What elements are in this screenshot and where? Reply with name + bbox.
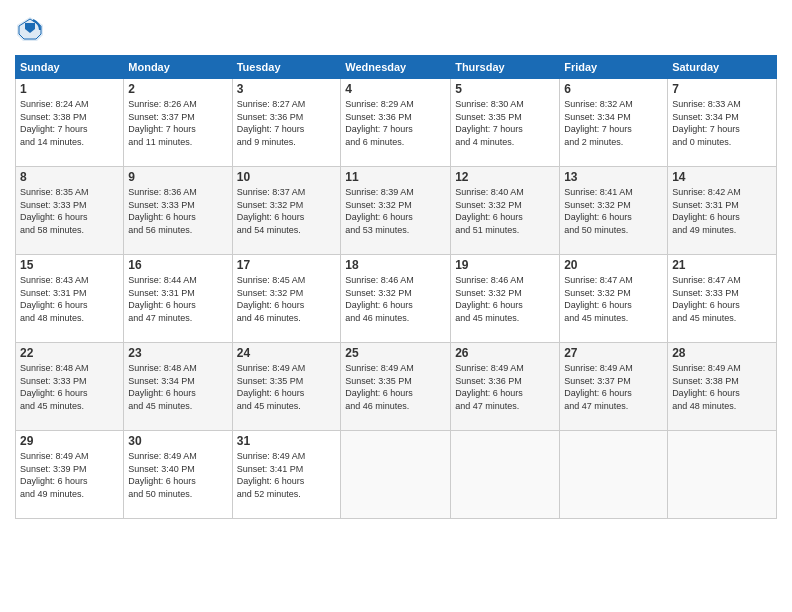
- day-number: 3: [237, 82, 337, 96]
- day-info: Sunrise: 8:35 AM Sunset: 3:33 PM Dayligh…: [20, 186, 119, 236]
- day-number: 12: [455, 170, 555, 184]
- calendar-cell: [560, 431, 668, 519]
- day-info: Sunrise: 8:39 AM Sunset: 3:32 PM Dayligh…: [345, 186, 446, 236]
- day-number: 20: [564, 258, 663, 272]
- day-info: Sunrise: 8:49 AM Sunset: 3:39 PM Dayligh…: [20, 450, 119, 500]
- calendar-cell: 19Sunrise: 8:46 AM Sunset: 3:32 PM Dayli…: [451, 255, 560, 343]
- day-number: 2: [128, 82, 227, 96]
- day-header-monday: Monday: [124, 56, 232, 79]
- calendar-cell: [668, 431, 777, 519]
- day-info: Sunrise: 8:49 AM Sunset: 3:35 PM Dayligh…: [237, 362, 337, 412]
- day-number: 13: [564, 170, 663, 184]
- day-info: Sunrise: 8:49 AM Sunset: 3:41 PM Dayligh…: [237, 450, 337, 500]
- day-number: 24: [237, 346, 337, 360]
- calendar-cell: 23Sunrise: 8:48 AM Sunset: 3:34 PM Dayli…: [124, 343, 232, 431]
- calendar-cell: 17Sunrise: 8:45 AM Sunset: 3:32 PM Dayli…: [232, 255, 341, 343]
- calendar-cell: 8Sunrise: 8:35 AM Sunset: 3:33 PM Daylig…: [16, 167, 124, 255]
- day-number: 8: [20, 170, 119, 184]
- calendar-cell: 18Sunrise: 8:46 AM Sunset: 3:32 PM Dayli…: [341, 255, 451, 343]
- day-info: Sunrise: 8:29 AM Sunset: 3:36 PM Dayligh…: [345, 98, 446, 148]
- day-number: 16: [128, 258, 227, 272]
- day-info: Sunrise: 8:49 AM Sunset: 3:36 PM Dayligh…: [455, 362, 555, 412]
- calendar-cell: 26Sunrise: 8:49 AM Sunset: 3:36 PM Dayli…: [451, 343, 560, 431]
- calendar-cell: 3Sunrise: 8:27 AM Sunset: 3:36 PM Daylig…: [232, 79, 341, 167]
- calendar-cell: 12Sunrise: 8:40 AM Sunset: 3:32 PM Dayli…: [451, 167, 560, 255]
- day-number: 30: [128, 434, 227, 448]
- calendar-cell: 29Sunrise: 8:49 AM Sunset: 3:39 PM Dayli…: [16, 431, 124, 519]
- day-number: 7: [672, 82, 772, 96]
- calendar-cell: 7Sunrise: 8:33 AM Sunset: 3:34 PM Daylig…: [668, 79, 777, 167]
- day-header-friday: Friday: [560, 56, 668, 79]
- calendar-cell: 22Sunrise: 8:48 AM Sunset: 3:33 PM Dayli…: [16, 343, 124, 431]
- day-info: Sunrise: 8:33 AM Sunset: 3:34 PM Dayligh…: [672, 98, 772, 148]
- logo-icon: [15, 15, 45, 45]
- day-info: Sunrise: 8:49 AM Sunset: 3:40 PM Dayligh…: [128, 450, 227, 500]
- day-info: Sunrise: 8:24 AM Sunset: 3:38 PM Dayligh…: [20, 98, 119, 148]
- day-number: 14: [672, 170, 772, 184]
- calendar-cell: 4Sunrise: 8:29 AM Sunset: 3:36 PM Daylig…: [341, 79, 451, 167]
- calendar-cell: 20Sunrise: 8:47 AM Sunset: 3:32 PM Dayli…: [560, 255, 668, 343]
- day-number: 15: [20, 258, 119, 272]
- day-info: Sunrise: 8:49 AM Sunset: 3:35 PM Dayligh…: [345, 362, 446, 412]
- calendar-week-4: 22Sunrise: 8:48 AM Sunset: 3:33 PM Dayli…: [16, 343, 777, 431]
- day-number: 17: [237, 258, 337, 272]
- day-header-saturday: Saturday: [668, 56, 777, 79]
- day-info: Sunrise: 8:46 AM Sunset: 3:32 PM Dayligh…: [345, 274, 446, 324]
- day-number: 19: [455, 258, 555, 272]
- day-info: Sunrise: 8:27 AM Sunset: 3:36 PM Dayligh…: [237, 98, 337, 148]
- day-info: Sunrise: 8:36 AM Sunset: 3:33 PM Dayligh…: [128, 186, 227, 236]
- day-number: 27: [564, 346, 663, 360]
- page: SundayMondayTuesdayWednesdayThursdayFrid…: [0, 0, 792, 612]
- day-info: Sunrise: 8:41 AM Sunset: 3:32 PM Dayligh…: [564, 186, 663, 236]
- day-info: Sunrise: 8:40 AM Sunset: 3:32 PM Dayligh…: [455, 186, 555, 236]
- calendar-week-5: 29Sunrise: 8:49 AM Sunset: 3:39 PM Dayli…: [16, 431, 777, 519]
- day-info: Sunrise: 8:44 AM Sunset: 3:31 PM Dayligh…: [128, 274, 227, 324]
- day-info: Sunrise: 8:32 AM Sunset: 3:34 PM Dayligh…: [564, 98, 663, 148]
- day-number: 28: [672, 346, 772, 360]
- calendar-cell: 10Sunrise: 8:37 AM Sunset: 3:32 PM Dayli…: [232, 167, 341, 255]
- calendar-cell: 31Sunrise: 8:49 AM Sunset: 3:41 PM Dayli…: [232, 431, 341, 519]
- day-info: Sunrise: 8:48 AM Sunset: 3:34 PM Dayligh…: [128, 362, 227, 412]
- day-number: 5: [455, 82, 555, 96]
- calendar-week-2: 8Sunrise: 8:35 AM Sunset: 3:33 PM Daylig…: [16, 167, 777, 255]
- day-number: 18: [345, 258, 446, 272]
- calendar-week-1: 1Sunrise: 8:24 AM Sunset: 3:38 PM Daylig…: [16, 79, 777, 167]
- day-info: Sunrise: 8:42 AM Sunset: 3:31 PM Dayligh…: [672, 186, 772, 236]
- day-info: Sunrise: 8:49 AM Sunset: 3:37 PM Dayligh…: [564, 362, 663, 412]
- day-info: Sunrise: 8:46 AM Sunset: 3:32 PM Dayligh…: [455, 274, 555, 324]
- calendar-cell: [341, 431, 451, 519]
- day-number: 23: [128, 346, 227, 360]
- calendar-cell: 2Sunrise: 8:26 AM Sunset: 3:37 PM Daylig…: [124, 79, 232, 167]
- day-number: 9: [128, 170, 227, 184]
- day-number: 1: [20, 82, 119, 96]
- calendar-cell: 15Sunrise: 8:43 AM Sunset: 3:31 PM Dayli…: [16, 255, 124, 343]
- day-number: 4: [345, 82, 446, 96]
- calendar-cell: [451, 431, 560, 519]
- calendar-cell: 1Sunrise: 8:24 AM Sunset: 3:38 PM Daylig…: [16, 79, 124, 167]
- day-number: 25: [345, 346, 446, 360]
- day-number: 22: [20, 346, 119, 360]
- day-info: Sunrise: 8:43 AM Sunset: 3:31 PM Dayligh…: [20, 274, 119, 324]
- calendar-cell: 27Sunrise: 8:49 AM Sunset: 3:37 PM Dayli…: [560, 343, 668, 431]
- calendar-cell: 25Sunrise: 8:49 AM Sunset: 3:35 PM Dayli…: [341, 343, 451, 431]
- day-info: Sunrise: 8:30 AM Sunset: 3:35 PM Dayligh…: [455, 98, 555, 148]
- day-number: 26: [455, 346, 555, 360]
- calendar-cell: 14Sunrise: 8:42 AM Sunset: 3:31 PM Dayli…: [668, 167, 777, 255]
- day-info: Sunrise: 8:26 AM Sunset: 3:37 PM Dayligh…: [128, 98, 227, 148]
- day-number: 11: [345, 170, 446, 184]
- day-header-tuesday: Tuesday: [232, 56, 341, 79]
- day-number: 29: [20, 434, 119, 448]
- calendar-cell: 9Sunrise: 8:36 AM Sunset: 3:33 PM Daylig…: [124, 167, 232, 255]
- day-info: Sunrise: 8:47 AM Sunset: 3:33 PM Dayligh…: [672, 274, 772, 324]
- day-info: Sunrise: 8:45 AM Sunset: 3:32 PM Dayligh…: [237, 274, 337, 324]
- day-number: 21: [672, 258, 772, 272]
- calendar-cell: 28Sunrise: 8:49 AM Sunset: 3:38 PM Dayli…: [668, 343, 777, 431]
- day-number: 6: [564, 82, 663, 96]
- day-header-wednesday: Wednesday: [341, 56, 451, 79]
- header-row: SundayMondayTuesdayWednesdayThursdayFrid…: [16, 56, 777, 79]
- day-info: Sunrise: 8:48 AM Sunset: 3:33 PM Dayligh…: [20, 362, 119, 412]
- day-info: Sunrise: 8:49 AM Sunset: 3:38 PM Dayligh…: [672, 362, 772, 412]
- day-info: Sunrise: 8:37 AM Sunset: 3:32 PM Dayligh…: [237, 186, 337, 236]
- calendar-cell: 5Sunrise: 8:30 AM Sunset: 3:35 PM Daylig…: [451, 79, 560, 167]
- calendar-table: SundayMondayTuesdayWednesdayThursdayFrid…: [15, 55, 777, 519]
